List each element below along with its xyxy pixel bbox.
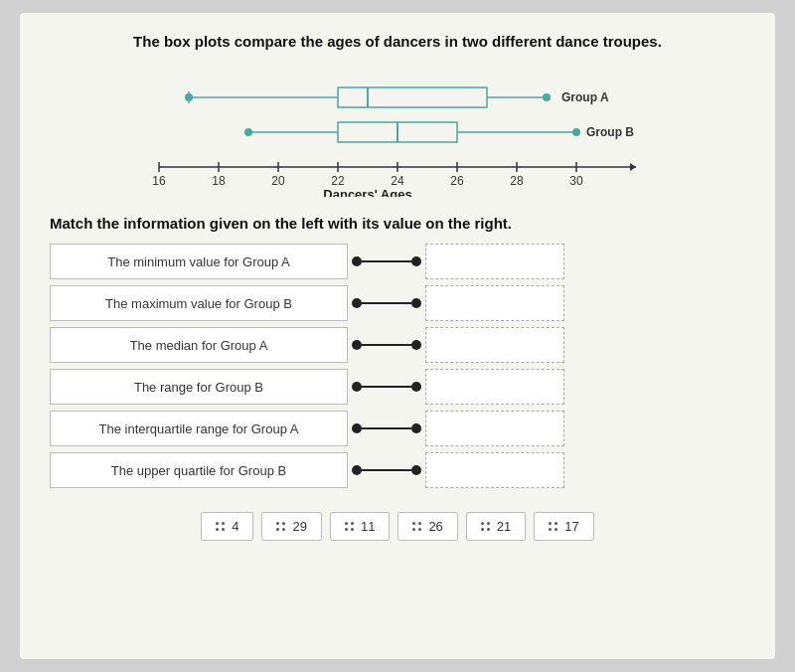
chips-row: 4 29 11 26 [50,512,745,541]
dot-right-3 [411,340,421,350]
svg-text:16: 16 [152,174,166,188]
match-left-4: The range for Group B [50,369,348,405]
match-row: The median for Group A [50,327,745,363]
connector-6 [352,465,421,475]
match-row: The minimum value for Group A [50,244,745,279]
match-rows: The minimum value for Group A The maximu… [50,244,745,488]
match-left-1: The minimum value for Group A [50,244,348,279]
match-left-6: The upper quartile for Group B [50,452,348,488]
line-6 [362,469,411,471]
match-right-2[interactable] [425,285,564,321]
dot-right-6 [411,465,421,475]
line-5 [362,427,411,429]
dot-left-3 [352,340,362,350]
match-right-1[interactable] [425,244,564,279]
svg-point-27 [244,128,252,136]
dot-left-6 [352,465,362,475]
line-3 [362,344,411,346]
drag-dots-3 [345,522,355,532]
match-row: The upper quartile for Group B [50,452,745,488]
chip-26[interactable]: 26 [398,512,457,541]
match-left-2: The maximum value for Group B [50,285,348,321]
svg-text:22: 22 [331,174,345,188]
svg-text:Dancers' Ages: Dancers' Ages [323,187,411,197]
svg-point-23 [543,93,551,101]
chip-label-29: 29 [292,519,306,534]
drag-dots-6 [549,522,558,532]
svg-text:30: 30 [569,174,583,188]
match-row: The maximum value for Group B [50,285,745,321]
dot-left-2 [352,298,362,308]
drag-dots-1 [216,522,226,532]
svg-point-31 [572,128,580,136]
drag-dots-4 [412,522,422,532]
svg-rect-20 [338,87,487,107]
line-1 [362,260,411,262]
dot-right-5 [411,423,421,433]
chip-29[interactable]: 29 [261,512,321,541]
match-right-5[interactable] [425,411,564,446]
dot-left-4 [352,382,362,392]
match-left-5: The interquartile range for Group A [50,411,348,446]
chip-4[interactable]: 4 [201,512,253,541]
dot-right-4 [411,382,421,392]
connector-1 [352,256,421,266]
svg-text:26: 26 [450,174,464,188]
svg-point-24 [185,93,193,101]
chip-17[interactable]: 17 [534,512,593,541]
connector-3 [352,340,421,350]
match-left-3: The median for Group A [50,327,348,363]
connector-2 [352,298,421,308]
match-title: Match the information given on the left … [50,215,745,232]
chip-11[interactable]: 11 [330,512,390,541]
chip-label-17: 17 [564,519,578,534]
connector-4 [352,382,421,392]
svg-text:18: 18 [212,174,226,188]
line-2 [362,302,411,304]
dot-right-1 [411,256,421,266]
dot-right-2 [411,298,421,308]
dot-left-1 [352,256,362,266]
line-4 [362,386,411,388]
svg-text:28: 28 [510,174,524,188]
match-right-3[interactable] [425,327,564,363]
svg-marker-1 [630,163,636,171]
chip-label-4: 4 [232,519,238,534]
chip-21[interactable]: 21 [466,512,526,541]
svg-text:Group B: Group B [586,125,634,139]
chip-label-11: 11 [361,519,375,534]
dot-left-5 [352,423,362,433]
connector-5 [352,423,421,433]
match-right-6[interactable] [425,452,564,488]
chip-label-26: 26 [428,519,442,534]
svg-text:Group A: Group A [561,90,609,104]
main-card: The box plots compare the ages of dancer… [20,13,775,659]
match-row: The interquartile range for Group A [50,411,745,446]
svg-text:24: 24 [391,174,404,188]
match-row: The range for Group B [50,369,745,405]
main-title: The box plots compare the ages of dancer… [50,33,745,50]
svg-text:20: 20 [271,174,285,188]
drag-dots-2 [276,522,286,532]
chip-label-21: 21 [497,519,511,534]
boxplot-svg: 16 18 20 22 24 26 28 30 G [129,68,666,197]
boxplot-area: 16 18 20 22 24 26 28 30 G [129,68,666,197]
match-right-4[interactable] [425,369,564,405]
drag-dots-5 [481,522,491,532]
